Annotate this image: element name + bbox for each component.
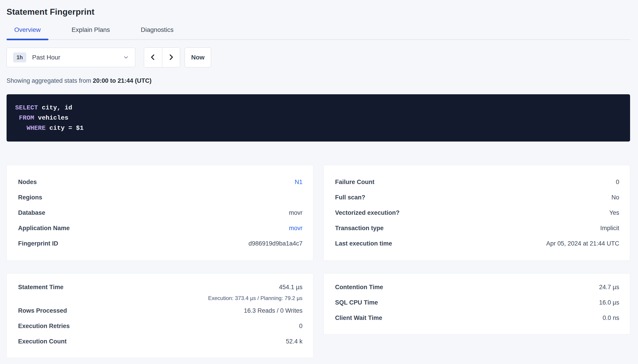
summary-cards: NodesN1RegionsDatabasemovrApplication Na… [7,165,630,358]
sql-code-line: WHERE city = $1 [15,123,621,133]
row-value: 52.4 k [286,338,302,345]
row-label: Execution Count [18,338,67,345]
caption-time-range: 20:00 to 21:44 (UTC) [93,77,152,84]
row-label: Regions [18,194,42,201]
sql-keyword: WHERE [27,124,46,132]
row-label: Contention Time [335,284,383,291]
row-label: Fingerprint ID [18,240,58,247]
row-value: 454.1 µs [279,284,302,291]
card-row-line: Contention Time24.7 µs [335,280,619,295]
card-row: Application Namemovr [18,220,302,236]
card-row: Full scan?No [335,190,619,205]
row-label: Client Wait Time [335,314,382,322]
card-row-line: Application Namemovr [18,220,302,236]
row-value: Yes [609,209,619,216]
card-row-line: NodesN1 [18,174,302,190]
sql-text: city, id [38,104,72,111]
row-label: Full scan? [335,194,365,201]
card-row: Execution Retries0 [18,318,302,334]
row-value: 0 [299,323,302,330]
card-row-line: Databasemovr [18,205,302,220]
time-range-dropdown[interactable]: 1h Past Hour [7,48,135,67]
sql-code-line: SELECT city, id [15,103,621,113]
sql-text: city = $1 [46,124,84,132]
card-row-line: Execution Count52.4 k [18,334,302,349]
now-button[interactable]: Now [185,48,211,67]
page-title: Statement Fingerprint [7,7,630,17]
row-label: Failure Count [335,178,374,186]
card-row: SQL CPU Time16.0 µs [335,295,619,310]
previous-time-window-button[interactable] [144,48,162,67]
sql-text [15,124,27,132]
card-row: Contention Time24.7 µs [335,280,619,295]
card-row: Execution Count52.4 k [18,334,302,349]
card-row-line: Transaction typeImplicit [335,220,619,236]
card-row: Client Wait Time0.0 ns [335,310,619,326]
chevron-down-icon [123,54,129,60]
row-value-link[interactable]: N1 [295,178,302,186]
sql-code-line: FROM vehicles [15,113,621,123]
next-time-window-button[interactable] [162,48,180,67]
tab-overview[interactable]: Overview [7,26,49,39]
row-label: Database [18,209,45,216]
card-row-line: Fingerprint IDd986919d9ba1a4c7 [18,236,302,251]
interval-badge: 1h [13,52,26,62]
card-row: Statement Time454.1 µsExecution: 373.4 µ… [18,280,302,303]
tab-diagnostics[interactable]: Diagnostics [133,26,181,39]
card-row-line: Statement Time454.1 µs [18,280,302,295]
row-value-link[interactable]: movr [289,225,302,232]
tab-explain-plans[interactable]: Explain Plans [64,26,118,39]
card-row-line: Regions [18,190,302,205]
time-picker-row: 1h Past Hour Now [7,48,630,67]
card-row: Transaction typeImplicit [335,220,619,236]
row-label: Last execution time [335,240,392,247]
card-row-line: Full scan?No [335,190,619,205]
card-row: Rows Processed16.3 Reads / 0 Writes [18,303,302,318]
row-value: 0 [616,178,619,186]
row-label: Execution Retries [18,323,70,330]
chevron-left-icon [150,54,156,61]
chevron-right-icon [168,54,174,61]
sql-keyword: SELECT [15,104,38,111]
row-value: 16.3 Reads / 0 Writes [244,307,302,314]
card-row: Fingerprint IDd986919d9ba1a4c7 [18,236,302,251]
card-row-line: Failure Count0 [335,174,619,190]
row-value: d986919d9ba1a4c7 [248,240,302,247]
card-row: Failure Count0 [335,174,619,190]
caption-prefix: Showing aggregated stats from [7,77,93,84]
aggregated-stats-caption: Showing aggregated stats from 20:00 to 2… [7,77,630,84]
card-row: Regions [18,190,302,205]
row-value: No [611,194,619,201]
row-label: Nodes [18,178,37,186]
row-label: Rows Processed [18,307,67,314]
card-row: Vectorized execution?Yes [335,205,619,220]
card-row-line: Vectorized execution?Yes [335,205,619,220]
row-value: Apr 05, 2024 at 21:44 UTC [546,240,619,247]
card-row-line: SQL CPU Time16.0 µs [335,295,619,310]
card-row: Databasemovr [18,205,302,220]
stats-card-right: Contention Time24.7 µsSQL CPU Time16.0 µ… [324,273,630,334]
sql-text [15,114,19,122]
card-row-line: Last execution timeApr 05, 2024 at 21:44… [335,236,619,251]
row-label: SQL CPU Time [335,299,378,306]
details-card-left: NodesN1RegionsDatabasemovrApplication Na… [7,165,313,261]
time-window-arrows [144,48,180,67]
card-row-line: Execution Retries0 [18,318,302,334]
row-value: Implicit [600,225,619,232]
sql-text: vehicles [34,114,68,122]
tabbar: Overview Explain Plans Diagnostics [7,26,630,40]
card-row-line: Rows Processed16.3 Reads / 0 Writes [18,303,302,318]
row-value: 0.0 ns [602,314,619,322]
row-label: Vectorized execution? [335,209,400,216]
card-row: NodesN1 [18,174,302,190]
time-range-label: Past Hour [32,54,61,61]
row-value: 16.0 µs [599,299,619,306]
row-label: Application Name [18,225,70,232]
details-card-right: Failure Count0Full scan?NoVectorized exe… [324,165,630,261]
statement-fingerprint-page: Statement Fingerprint Overview Explain P… [0,0,638,358]
row-subvalue: Execution: 373.4 µs / Planning: 79.2 µs [18,295,302,303]
row-label: Transaction type [335,225,384,232]
row-label: Statement Time [18,284,64,291]
row-value: movr [289,209,302,216]
sql-keyword: FROM [19,114,34,122]
